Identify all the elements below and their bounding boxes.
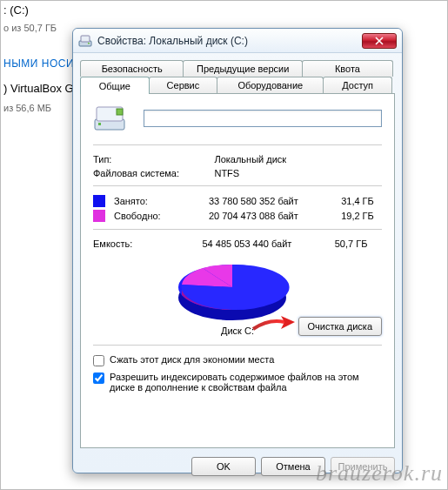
tabs-row-1: Безопасность Предыдущие версии Квота xyxy=(80,60,395,77)
capacity-gb: 50,7 ГБ xyxy=(304,238,367,249)
ok-button[interactable]: OK xyxy=(191,457,256,476)
used-bytes: 33 780 580 352 байт xyxy=(195,196,311,206)
type-value: Локальный диск xyxy=(214,154,382,164)
divider-3 xyxy=(93,229,382,230)
used-gb: 31,4 ГБ xyxy=(311,196,374,206)
compress-label: Сжать этот диск для экономии места xyxy=(110,354,274,365)
svg-rect-6 xyxy=(98,123,101,125)
divider-1 xyxy=(93,144,382,145)
free-swatch xyxy=(93,210,105,222)
tab-hardware[interactable]: Оборудование xyxy=(217,77,324,93)
tab-previous-versions[interactable]: Предыдущие версии xyxy=(183,60,303,77)
tab-general[interactable]: Общие xyxy=(80,77,150,94)
titlebar[interactable]: Свойства: Локальный диск (C:) xyxy=(73,29,402,53)
tab-security[interactable]: Безопасность xyxy=(80,60,184,77)
bg-vbox-size: из 56,6 МБ xyxy=(0,103,55,113)
close-button[interactable] xyxy=(362,33,397,49)
disk-name-label: Диск C: xyxy=(93,326,382,336)
filesystem-label: Файловая система: xyxy=(93,168,214,178)
used-label: Занято: xyxy=(114,196,195,206)
index-checkbox[interactable] xyxy=(93,373,104,384)
bg-vbox-drive: ) VirtualBox Gu xyxy=(0,82,84,95)
dialog-client: Безопасность Предыдущие версии Квота Общ… xyxy=(80,60,395,464)
filesystem-value: NTFS xyxy=(214,168,382,178)
compress-checkbox[interactable] xyxy=(93,355,104,366)
tab-quota[interactable]: Квота xyxy=(302,60,393,77)
bg-drive-size: о из 50,7 ГБ xyxy=(0,23,60,33)
svg-rect-1 xyxy=(81,36,90,42)
free-label: Свободно: xyxy=(114,211,195,221)
usage-pie-chart xyxy=(163,254,302,327)
svg-rect-2 xyxy=(88,43,90,44)
bg-drive-name: : (C:) xyxy=(0,2,32,18)
divider-4 xyxy=(93,345,382,346)
large-drive-icon xyxy=(93,104,128,132)
drive-icon xyxy=(78,34,92,48)
divider-2 xyxy=(93,185,382,186)
type-label: Тип: xyxy=(93,154,214,164)
svg-rect-5 xyxy=(117,109,123,115)
capacity-label: Емкость: xyxy=(93,238,189,249)
tab-sharing[interactable]: Доступ xyxy=(323,77,392,93)
tabs-row-2: Общие Сервис Оборудование Доступ xyxy=(80,77,395,93)
compress-checkbox-row[interactable]: Сжать этот диск для экономии места xyxy=(93,354,382,366)
watermark: brauzerok.ru xyxy=(316,460,443,487)
tab-panel-general: Тип: Локальный диск Файловая система: NT… xyxy=(80,93,395,448)
index-label: Разрешить индексировать содержимое файло… xyxy=(110,372,382,393)
free-gb: 19,2 ГБ xyxy=(311,211,374,221)
volume-label-input[interactable] xyxy=(144,110,382,127)
index-checkbox-row[interactable]: Разрешить индексировать содержимое файло… xyxy=(93,372,382,393)
capacity-bytes: 54 485 053 440 байт xyxy=(189,238,304,249)
tab-tools[interactable]: Сервис xyxy=(149,77,218,93)
used-swatch xyxy=(93,195,105,207)
free-bytes: 20 704 473 088 байт xyxy=(195,211,311,221)
properties-dialog: Свойства: Локальный диск (C:) Безопаснос… xyxy=(72,28,403,473)
dialog-title: Свойства: Локальный диск (C:) xyxy=(97,35,362,47)
